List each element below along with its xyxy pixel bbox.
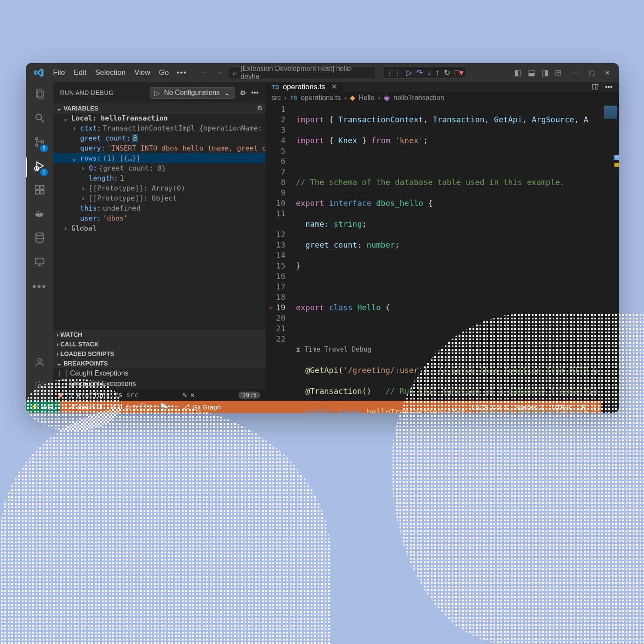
vscode-window: File Edit Selection View Go ••• ← → ⌕ [E… xyxy=(26,63,619,413)
watch-section[interactable]: ›WATCH xyxy=(53,330,265,339)
checkbox-icon[interactable] xyxy=(59,380,67,388)
close-window-icon[interactable]: ✕ xyxy=(604,69,610,77)
loaded-scripts-section[interactable]: ›LOADED SCRIPTS xyxy=(53,349,265,359)
gear-icon[interactable]: ⚙ xyxy=(240,89,246,97)
close-icon[interactable]: ✕ xyxy=(190,391,195,399)
tab-more-icon[interactable]: ••• xyxy=(605,83,613,91)
svg-point-16 xyxy=(36,233,43,236)
menu-overflow-icon[interactable]: ••• xyxy=(177,68,187,77)
sb-problems[interactable]: ⊘0 ⚠0 ⓘ2 xyxy=(111,403,152,411)
var-proto-object[interactable]: ›[[Prototype]]: Object xyxy=(53,193,265,203)
code-content[interactable]: import { TransactionContext, Transaction… xyxy=(294,104,601,413)
drag-handle-icon[interactable]: ⋮⋮ xyxy=(386,68,402,77)
stop-icon[interactable]: □▾ xyxy=(455,68,463,77)
collapse-icon[interactable]: ⧉ xyxy=(258,104,262,112)
breakpoints-section[interactable]: ⌄BREAKPOINTS xyxy=(53,359,265,368)
settings-gear-icon[interactable] xyxy=(34,380,45,395)
split-editor-icon[interactable]: ◫ xyxy=(592,82,599,91)
checkbox-icon[interactable] xyxy=(59,370,67,377)
menu-selection[interactable]: Selection xyxy=(91,67,130,79)
modified-dot-icon xyxy=(58,393,63,397)
activity-overflow-icon[interactable]: ••• xyxy=(32,280,47,293)
global-scope[interactable]: ›Global xyxy=(53,223,265,233)
panel-left-icon[interactable]: ◧ xyxy=(514,68,522,77)
menu-view[interactable]: View xyxy=(130,67,155,79)
source-control-icon[interactable]: 2 xyxy=(34,136,45,151)
bp-uncaught[interactable]: Uncaught Exceptions xyxy=(53,379,265,389)
var-length[interactable]: length: 1 xyxy=(53,173,265,183)
panel-right-icon[interactable]: ◨ xyxy=(541,68,549,77)
accounts-icon[interactable] xyxy=(34,356,45,371)
menu-file[interactable]: File xyxy=(49,67,69,79)
command-center[interactable]: ⌕ [Extension Development Host] hello-dev… xyxy=(228,66,376,79)
docker-icon[interactable] xyxy=(34,208,45,222)
var-this[interactable]: this: undefined xyxy=(53,203,265,213)
local-scope[interactable]: ⌄Local: helloTransaction xyxy=(53,113,265,123)
edit-icon[interactable]: ✎ xyxy=(183,391,187,399)
extensions-icon[interactable] xyxy=(34,184,45,198)
debug-config-select[interactable]: ▷ No Configurations ⌄ xyxy=(150,87,235,99)
debug-sidebar: RUN AND DEBUG ▷ No Configurations ⌄ ⚙ ••… xyxy=(53,82,265,401)
sb-branch[interactable]: ⎇main*⟳ xyxy=(68,403,103,411)
ts-icon: TS xyxy=(66,392,73,398)
step-out-icon[interactable]: ↑ xyxy=(436,68,439,77)
database-icon[interactable] xyxy=(34,232,45,246)
minimap[interactable] xyxy=(601,104,619,413)
antenna-icon: 📡 xyxy=(160,403,168,411)
svg-point-5 xyxy=(36,144,38,146)
run-debug-icon[interactable]: 1 xyxy=(34,160,45,174)
step-over-icon[interactable]: ↷ xyxy=(416,68,423,77)
minimize-icon[interactable]: — xyxy=(572,69,579,77)
remote-icon[interactable] xyxy=(34,256,45,270)
svg-rect-11 xyxy=(40,185,44,189)
svg-rect-14 xyxy=(40,213,41,214)
panel-bottom-icon[interactable]: ⬓ xyxy=(528,68,535,77)
var-ctxt[interactable]: ›ctxt: TransactionContextImpl {operation… xyxy=(53,123,265,133)
code-editor[interactable]: 1234 5678 91011 12131415 161718 ▷19 2021… xyxy=(265,104,619,413)
tab-operations[interactable]: TS operations.ts ✕ xyxy=(265,82,344,91)
var-user[interactable]: user: 'dbos' xyxy=(53,213,265,223)
close-tab-icon[interactable]: ✕ xyxy=(331,82,337,91)
svg-line-3 xyxy=(41,119,44,122)
class-icon: ◆ xyxy=(350,94,355,102)
svg-rect-8 xyxy=(35,185,39,189)
menu-go[interactable]: Go xyxy=(154,67,173,79)
maximize-icon[interactable]: ▢ xyxy=(588,69,595,77)
ts-icon: TS xyxy=(272,84,279,91)
var-row-0[interactable]: ›0: {greet_count: 8} xyxy=(53,163,265,173)
var-greet-count[interactable]: greet_count: 8 xyxy=(53,133,265,143)
layout-icon[interactable]: ⊞ xyxy=(555,68,561,77)
svg-rect-13 xyxy=(38,213,39,214)
sb-ports[interactable]: 📡1 xyxy=(160,403,174,411)
menu-bar: File Edit Selection View Go xyxy=(49,67,173,79)
open-editor-tab[interactable]: TS erations.ts src ✎ ✕ 19:5 xyxy=(53,389,265,401)
breadcrumb[interactable]: src› TS operations.ts› ◆ Hello› ◉ helloT… xyxy=(265,91,619,104)
chevron-down-icon: ⌄ xyxy=(224,89,230,97)
info-icon: ⓘ xyxy=(140,403,146,411)
var-proto-array[interactable]: ›[[Prototype]]: Array(0) xyxy=(53,183,265,193)
var-query[interactable]: query: 'INSERT INTO dbos_hello (name, gr… xyxy=(53,143,265,153)
nav-back-icon[interactable]: ← xyxy=(200,68,208,77)
debug-badge: 1 xyxy=(40,168,48,176)
restart-icon[interactable]: ↻ xyxy=(444,68,450,77)
warning-icon: ⚠ xyxy=(125,403,131,411)
remote-wsl[interactable]: ⚡WSL xyxy=(26,401,60,413)
ts-icon: TS xyxy=(290,94,298,101)
step-into-icon[interactable]: ↓ xyxy=(427,68,431,77)
bp-caught[interactable]: Caught Exceptions xyxy=(53,368,265,379)
variables-section[interactable]: ⌄ VARIABLES ⧉ xyxy=(53,103,265,113)
callstack-section[interactable]: ›CALL STACK xyxy=(53,339,265,349)
var-rows[interactable]: ⌄rows: (1) [{…}] xyxy=(53,153,265,163)
variables-tree: ⌄Local: helloTransaction ›ctxt: Transact… xyxy=(53,113,265,233)
sb-git-graph[interactable]: ⎇Git Graph xyxy=(182,403,221,411)
activity-bar: 2 1 ••• xyxy=(26,82,53,401)
search-activity-icon[interactable] xyxy=(34,112,45,127)
nav-forward-icon[interactable]: → xyxy=(215,68,223,77)
continue-icon[interactable]: ▷ xyxy=(406,68,412,77)
line-gutter: 1234 5678 91011 12131415 161718 ▷19 2021… xyxy=(265,104,294,413)
menu-edit[interactable]: Edit xyxy=(69,67,91,79)
sync-icon[interactable]: ⟳ xyxy=(97,403,103,411)
more-icon[interactable]: ••• xyxy=(251,89,258,97)
scm-badge: 2 xyxy=(40,144,48,152)
explorer-icon[interactable] xyxy=(34,88,45,103)
